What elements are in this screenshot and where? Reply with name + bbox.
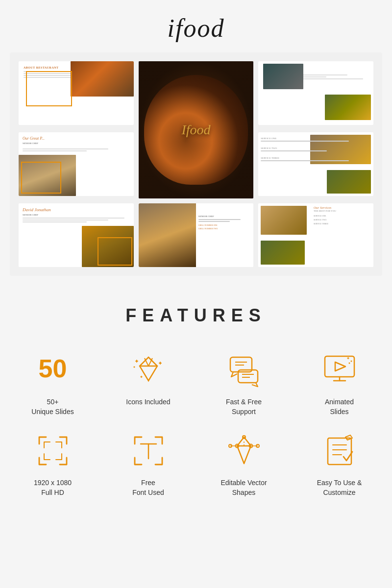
- center-slide-inner: Ifood: [139, 61, 254, 198]
- feature-full-hd: 1920 x 1080Full HD: [10, 431, 96, 497]
- number-50-icon: 50: [33, 350, 73, 390]
- feature-label-icons: Icons Included: [126, 397, 170, 407]
- skill-label-1: GRILL NUMBER ONE: [198, 224, 251, 226]
- features-grid: 50 50+Unique Slides: [10, 350, 382, 497]
- orange-border-1: [26, 71, 72, 106]
- services-subtitle: THE BEST FOR YOU: [314, 210, 371, 212]
- line: [23, 150, 87, 151]
- service-label-3: SERVICE THREE: [261, 157, 279, 159]
- slide-image-5b: [327, 170, 371, 194]
- feature-fast-support: Fast & FreeSupport: [201, 350, 287, 416]
- svg-marker-0: [140, 357, 157, 381]
- slide-thumb-8: Our Services THE BEST FOR YOU SERVICE ON…: [258, 203, 373, 267]
- feature-icons-included: Icons Included: [105, 350, 191, 416]
- diamond-icon: [129, 350, 168, 390]
- play-icon: [320, 350, 359, 390]
- line: [23, 221, 87, 222]
- line: [261, 141, 349, 142]
- feature-animated-slides: AnimatedSlides: [296, 350, 382, 416]
- frame-icon: [33, 431, 73, 470]
- feature-vector-shapes: Editable VectorShapes: [201, 431, 287, 497]
- skill-label-2: GRILL NUMBER TWO: [198, 227, 251, 230]
- text-frame-icon: [129, 431, 168, 470]
- slide-title-4: Our Great P...: [23, 136, 130, 141]
- feature-unique-slides: 50 50+Unique Slides: [10, 350, 96, 416]
- slide-image-8b: [261, 241, 304, 265]
- slide-image-8: [261, 206, 307, 235]
- slide-label-7: SENIOR CHEF: [198, 215, 251, 218]
- orange-border-4: [21, 162, 61, 194]
- line: [198, 219, 241, 220]
- slide-subtitle-6: SENIOR CHEF: [23, 214, 130, 216]
- slide-thumb-7: SENIOR CHEF GRILL NUMBER ONE GRILL NUMBE…: [139, 203, 254, 267]
- line: [198, 221, 230, 222]
- features-section: FEATURES 50 50+Unique Slides: [10, 295, 382, 517]
- slide-thumb-3: Our Restaurant: [258, 61, 373, 125]
- chat-icon: [224, 350, 264, 390]
- header: ifood: [0, 0, 392, 52]
- service-r1: SERVICE ONE: [314, 215, 371, 217]
- slide-image-5: [310, 135, 371, 164]
- svg-point-24: [350, 361, 352, 362]
- feature-free-font: FreeFont Used: [105, 431, 191, 497]
- slide-subtitle-4: SENIOR CHEF: [23, 142, 130, 145]
- feature-label-support: Fast & FreeSupport: [226, 397, 262, 416]
- slide-image-3b: [263, 64, 303, 89]
- slide-title-6: David Jonathan: [23, 207, 130, 212]
- center-title: Ifood: [181, 122, 210, 138]
- line: [23, 220, 108, 220]
- feature-number: 50: [39, 356, 67, 381]
- checklist-icon: [320, 431, 359, 470]
- svg-rect-37: [328, 438, 351, 465]
- slide-image-7: [139, 203, 196, 267]
- line: [23, 218, 124, 219]
- slide-image-3: [325, 95, 371, 120]
- feature-label-hd: 1920 x 1080Full HD: [34, 478, 72, 497]
- slide-thumb-6: David Jonathan SENIOR CHEF: [19, 203, 134, 267]
- line: [23, 148, 108, 149]
- svg-marker-19: [335, 362, 345, 371]
- preview-container: ABOUT RESTAURANT Ifood Our Restaurant: [10, 52, 382, 276]
- line: [261, 150, 327, 151]
- feature-label-vector: Editable VectorShapes: [220, 478, 267, 497]
- feature-easy-customize: Easy To Use &Customize: [296, 431, 382, 497]
- features-title: FEATURES: [10, 305, 382, 326]
- service-r2: SERVICE TWO: [314, 219, 371, 221]
- slide-thumb-5: SERVICE ONE SERVICE TWO SERVICE THREE: [258, 132, 373, 196]
- svg-rect-18: [325, 356, 354, 377]
- slide-thumb-1: ABOUT RESTAURANT: [19, 61, 134, 125]
- slide-thumb-4: Our Great P... SENIOR CHEF: [19, 132, 134, 196]
- line: [261, 160, 349, 161]
- svg-point-25: [348, 363, 350, 364]
- pen-icon: [224, 431, 264, 470]
- feature-label-animated: AnimatedSlides: [325, 397, 354, 416]
- service-label-2: SERVICE TWO: [261, 147, 277, 149]
- feature-label-easy: Easy To Use &Customize: [317, 478, 362, 497]
- slide-thumb-center: Ifood: [139, 61, 254, 198]
- services-title: Our Services: [314, 206, 371, 210]
- feature-label-font: FreeFont Used: [132, 478, 164, 497]
- logo: ifood: [168, 14, 225, 43]
- service-r3: SERVICE THREE: [314, 222, 371, 225]
- service-label-1: SERVICE ONE: [261, 137, 276, 140]
- feature-label-slides: 50+Unique Slides: [31, 397, 74, 416]
- slide-image-1: [71, 61, 134, 97]
- orange-border-6: [98, 237, 132, 266]
